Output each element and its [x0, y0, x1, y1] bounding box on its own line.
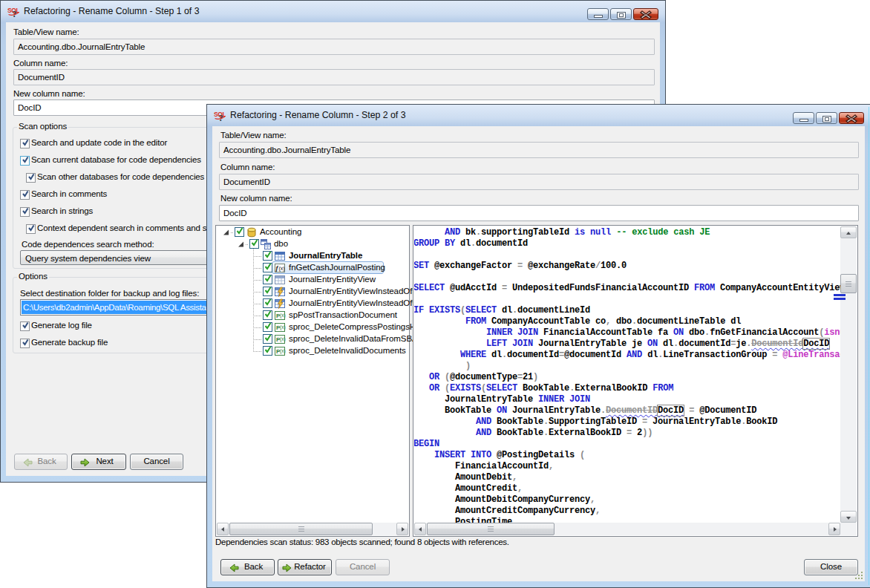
- svg-text:(x): (x): [280, 324, 286, 330]
- svg-text:(x): (x): [280, 348, 286, 354]
- svg-text:?: ?: [219, 113, 223, 122]
- svg-text:?: ?: [13, 9, 17, 19]
- svg-text:(x): (x): [280, 313, 286, 318]
- svg-text:(x): (x): [278, 266, 284, 272]
- svg-text:(x): (x): [280, 336, 286, 342]
